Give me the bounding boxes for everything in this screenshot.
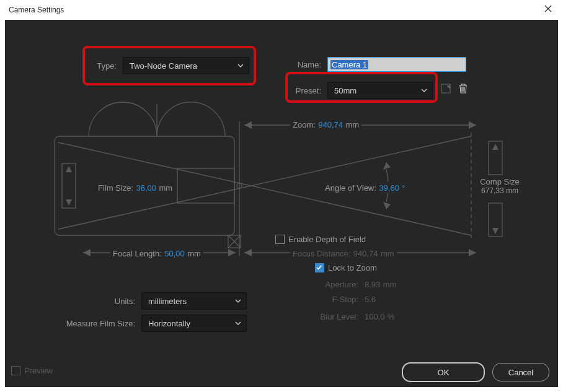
dialog-footer: Preview OK Cancel [5,357,558,387]
zoom-label: Zoom: [293,120,316,129]
filmsize-label: Film Size: [98,183,133,193]
units-label: Units: [61,297,135,306]
filmsize-unit: mm [159,183,173,193]
compsize-unit: mm [506,186,518,195]
blur-label: Blur Level: [314,312,358,321]
focusdist-value: 940,74 [353,249,378,258]
close-icon[interactable] [542,4,554,15]
ok-button[interactable]: OK [402,362,485,382]
chevron-down-icon [235,320,241,326]
preview-checkbox[interactable] [11,366,20,375]
chevron-down-icon [237,63,244,69]
window-title: Camera Settings [9,6,64,14]
name-value: Camera 1 [330,60,368,69]
focal-label: Focal Length: [113,249,162,258]
aperture-label: Aperture: [320,280,358,289]
type-label: Type: [86,61,117,71]
zoom-value[interactable]: 940,74 [318,120,343,129]
units-value: millimeters [148,297,187,306]
fstop-label: F-Stop: [320,295,358,304]
measure-label: Measure Film Size: [61,319,135,328]
aperture-unit: mm [383,280,397,289]
lock-to-zoom-checkbox[interactable] [315,263,324,272]
compsize-value: 677,33 [481,186,504,195]
preview-label: Preview [24,366,53,375]
enable-dof-label: Enable Depth of Field [288,235,366,244]
focal-unit: mm [187,249,201,258]
angle-label: Angle of View: [325,183,376,193]
enable-dof-checkbox[interactable] [275,235,285,244]
chevron-down-icon [235,298,241,304]
type-value: Two-Node Camera [130,61,197,71]
zoom-unit: mm [346,120,360,129]
angle-value[interactable]: 39,60 [379,183,399,193]
lock-to-zoom-label: Lock to Zoom [328,263,377,272]
aperture-value: 8,93 [365,280,380,289]
titlebar: Camera Settings [0,0,563,20]
focusdist-unit: mm [381,249,394,258]
focusdist-label: Focus Distance: [293,249,350,258]
fstop-value: 5,6 [365,295,376,304]
name-label: Name: [290,60,321,69]
name-input[interactable]: Camera 1 [327,57,466,72]
compsize-label: Comp Size [475,177,525,186]
blur-value: 100,0 [365,312,385,321]
svg-rect-4 [177,168,234,203]
window: Camera Settings Type: Two-Node Camera Na… [0,0,563,392]
angle-unit: ° [402,183,405,193]
cancel-button[interactable]: Cancel [492,363,549,381]
focal-value[interactable]: 50,00 [164,249,185,258]
type-select[interactable]: Two-Node Camera [123,57,249,74]
measure-value: Horizontally [148,319,190,328]
measure-select[interactable]: Horizontally [141,315,247,332]
filmsize-value[interactable]: 36,00 [136,183,157,193]
dialog-body: Type: Two-Node Camera Name: Camera 1 Pre… [5,20,558,387]
units-select[interactable]: millimeters [141,292,247,310]
blur-unit: % [388,312,395,321]
